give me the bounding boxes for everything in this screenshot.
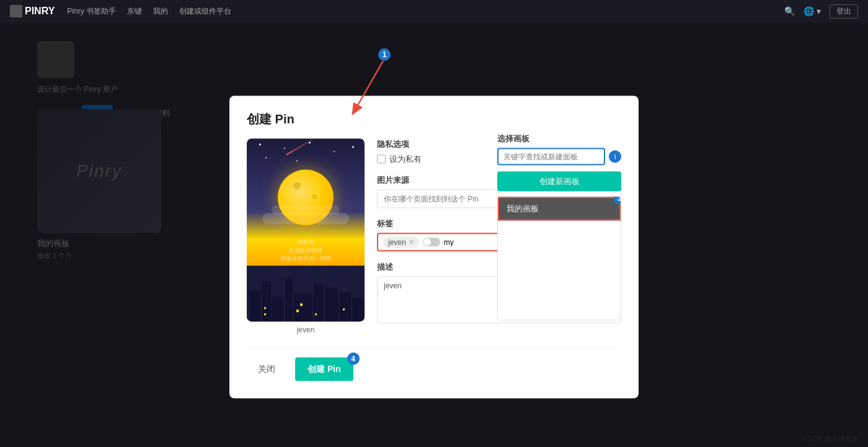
board-info-icon[interactable]: i (609, 150, 621, 162)
board-select-panel: 选择画板 i 创建新画板 我的画板 3 (497, 133, 621, 320)
create-board-button[interactable]: 创建新画板 (497, 171, 621, 191)
language-icon[interactable]: 🌐 ▾ (804, 6, 821, 16)
tag-remove-jeven[interactable]: ✕ (409, 238, 414, 246)
board-panel-label: 选择画板 (497, 133, 621, 144)
login-button[interactable]: 登出 (830, 4, 858, 19)
top-navigation: PINRY Pinry 书签助手 东键 我的 创建或组件平台 🔍 🌐 ▾ 登出 (0, 0, 868, 22)
nav-link-mine[interactable]: 我的 (153, 6, 168, 17)
nav-links: Pinry 书签助手 东键 我的 创建或组件平台 (67, 6, 772, 17)
city-skyline (247, 265, 365, 321)
modal-title: 创建 Pin (247, 110, 621, 127)
tag-input[interactable] (444, 237, 469, 246)
logo-icon (10, 5, 22, 17)
modal-left-panel: 中秋节头顶故乡的月和家乡的月亮一样明 (247, 138, 365, 335)
pin-mid-caption: 中秋节头顶故乡的月和家乡的月亮一样明 (247, 238, 365, 262)
page-body: 设计最后一个 Pinry 用户 📌 Pin 画板 👤 个人资料 Pinry 我的… (0, 22, 868, 447)
modal-footer: 关闭 创建 Pin 4 (247, 348, 621, 381)
nav-link-create[interactable]: 创建或组件平台 (179, 6, 231, 17)
create-pin-modal: 创建 Pin (229, 95, 639, 398)
create-pin-button[interactable]: 创建 Pin (295, 357, 353, 381)
private-label: 设为私有 (389, 153, 422, 164)
private-checkbox[interactable] (377, 154, 386, 163)
search-icon[interactable]: 🔍 (784, 6, 795, 16)
nav-link-explore[interactable]: 东键 (127, 6, 142, 17)
nav-right: 🔍 🌐 ▾ 登出 (784, 4, 858, 19)
close-button[interactable]: 关闭 (247, 358, 286, 379)
nav-link-bookmarks[interactable]: Pinry 书签助手 (67, 6, 116, 17)
pin-image: 中秋节头顶故乡的月和家乡的月亮一样明 (247, 138, 365, 321)
modal-body: 中秋节头顶故乡的月和家乡的月亮一样明 (247, 138, 621, 335)
logo[interactable]: PINRY (10, 5, 55, 17)
tag-chip-jeven: jeven ✕ (383, 236, 419, 247)
logo-text: PINRY (25, 6, 55, 17)
board-search-input[interactable] (497, 148, 605, 165)
tag-toggle[interactable] (423, 237, 440, 246)
pin-author-name: jeven (247, 325, 365, 334)
board-list-empty (498, 220, 621, 319)
board-search-row: i (497, 148, 621, 165)
board-list: 我的画板 3 (497, 196, 621, 320)
board-list-item-mine[interactable]: 我的画板 (498, 197, 621, 220)
annotation-badge-4: 4 (347, 352, 360, 365)
